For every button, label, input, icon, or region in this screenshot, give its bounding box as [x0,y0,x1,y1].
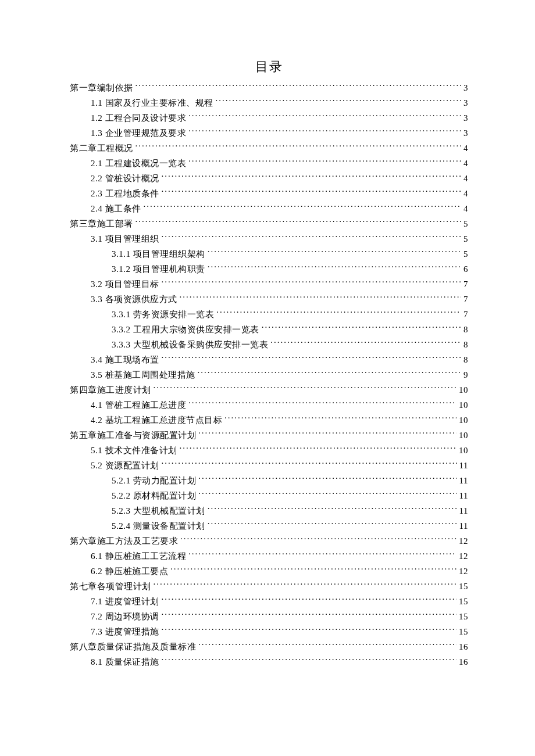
toc-entry: 3.2 项目管理目标7 [70,277,468,292]
toc-entry-label: 5.2.2 原材料配置计划 [112,488,196,503]
toc-entry: 4.1 管桩工程施工总进度10 [70,397,468,413]
toc-entry-label: 3.1 项目管理组织 [91,231,159,246]
toc-entry-page: 11 [459,518,468,533]
toc-leader-dots [198,369,462,378]
toc-entry-page: 4 [463,186,468,201]
toc-entry-page: 11 [459,458,468,473]
toc-entry: 7.1 进度管理计划15 [70,594,468,609]
toc-entry: 3.1.2 项目管理机构职责6 [70,261,468,277]
toc-entry: 3.5 桩基施工周围处理措施9 [70,367,468,382]
toc-entry-label: 3.3.3 大型机械设备采购供应安排一览表 [112,337,268,352]
toc-container: 第一章编制依据31.1 国家及行业主要标准、规程31.2 工程合同及设计要求31… [70,80,468,669]
toc-entry-label: 4.2 基坑工程施工总进度节点目标 [91,413,222,428]
toc-leader-dots [198,490,456,499]
toc-entry-page: 11 [459,503,468,518]
toc-entry-label: 2.2 管桩设计概况 [91,171,159,186]
toc-entry: 第四章施工进度计划10 [70,382,468,397]
toc-leader-dots [144,203,462,212]
toc-leader-dots [162,173,462,181]
toc-entry-page: 10 [459,397,468,413]
toc-leader-dots [154,384,457,393]
toc-entry: 6.2 静压桩施工要点12 [70,564,468,579]
toc-entry: 7.3 进度管理措施15 [70,624,468,639]
toc-entry-page: 5 [463,246,468,261]
toc-entry-label: 第八章质量保证措施及质量标准 [70,639,196,654]
toc-entry: 3.3.3 大型机械设备采购供应安排一览表8 [70,337,468,352]
toc-entry-page: 3 [463,95,468,110]
toc-entry-label: 3.1.2 项目管理机构职责 [112,261,205,277]
toc-entry: 3.3.1 劳务资源安排一览表7 [70,307,468,322]
toc-entry: 5.2 资源配置计划11 [70,458,468,473]
toc-leader-dots [162,233,462,242]
toc-leader-dots [162,656,457,665]
toc-leader-dots [135,142,462,151]
toc-entry-page: 12 [459,549,468,564]
toc-leader-dots [208,505,457,514]
toc-entry-label: 3.3.2 工程用大宗物资供应安排一览表 [112,322,259,337]
toc-entry-label: 第四章施工进度计划 [70,382,151,397]
toc-entry-page: 16 [459,654,468,669]
toc-leader-dots [135,218,462,227]
toc-entry-label: 5.2.4 测量设备配置计划 [112,518,205,533]
toc-entry-label: 7.3 进度管理措施 [91,624,159,639]
toc-entry-page: 7 [463,277,468,292]
toc-entry-page: 8 [463,322,468,337]
toc-entry: 3.4 施工现场布置8 [70,352,468,367]
toc-entry-page: 5 [463,216,468,231]
toc-entry: 5.1 技术文件准备计划10 [70,443,468,458]
toc-leader-dots [198,641,456,650]
toc-leader-dots [270,339,461,347]
toc-entry-page: 4 [463,201,468,216]
toc-entry: 3.3 各项资源供应方式7 [70,292,468,307]
toc-entry-label: 5.1 技术文件准备计划 [91,443,177,458]
toc-entry-label: 5.2 资源配置计划 [91,458,159,473]
toc-entry-page: 10 [459,382,468,397]
toc-entry-page: 15 [459,609,468,624]
toc-entry-label: 3.3.1 劳务资源安排一览表 [112,307,214,322]
toc-leader-dots [198,429,456,438]
toc-leader-dots [162,278,462,287]
toc-leader-dots [135,82,462,91]
toc-entry-label: 5.2.1 劳动力配置计划 [112,473,196,488]
toc-entry-page: 16 [459,639,468,654]
toc-leader-dots [162,611,457,619]
toc-entry-label: 5.2.3 大型机械配置计划 [112,503,205,518]
toc-entry: 1.1 国家及行业主要标准、规程3 [70,95,468,110]
toc-leader-dots [162,460,457,468]
toc-leader-dots [208,248,461,257]
toc-leader-dots [180,445,457,453]
toc-entry-page: 5 [463,231,468,246]
toc-leader-dots [262,324,461,332]
toc-entry-label: 3.2 项目管理目标 [91,277,159,292]
toc-title: 目录 [70,58,468,76]
toc-leader-dots [162,626,457,635]
toc-entry-label: 3.1.1 项目管理组织架构 [112,246,205,261]
toc-entry-page: 4 [463,141,468,156]
toc-entry-page: 7 [463,307,468,322]
toc-entry: 5.2.3 大型机械配置计划11 [70,503,468,518]
toc-entry-label: 8.1 质量保证措施 [91,654,159,669]
toc-entry-page: 3 [463,110,468,126]
toc-entry-page: 12 [459,564,468,579]
toc-leader-dots [216,97,462,106]
toc-leader-dots [188,112,461,121]
toc-entry: 2.4 施工条件4 [70,201,468,216]
toc-entry: 7.2 周边环境协调15 [70,609,468,624]
toc-entry-label: 1.2 工程合同及设计要求 [91,110,186,126]
toc-entry-label: 6.2 静压桩施工要点 [91,564,168,579]
toc-entry: 第五章施工准备与资源配置计划10 [70,428,468,443]
toc-entry: 第二章工程概况4 [70,141,468,156]
toc-entry: 第七章各项管理计划15 [70,579,468,594]
toc-entry-page: 8 [463,337,468,352]
toc-entry: 3.1.1 项目管理组织架构5 [70,246,468,261]
toc-leader-dots [162,354,462,363]
toc-entry-page: 7 [463,292,468,307]
document-page: 目录 第一章编制依据31.1 国家及行业主要标准、规程31.2 工程合同及设计要… [0,0,535,756]
toc-entry-label: 7.2 周边环境协调 [91,609,159,624]
toc-entry-page: 10 [459,428,468,443]
toc-entry-page: 4 [463,171,468,186]
toc-leader-dots [208,520,457,529]
toc-entry-label: 第二章工程概况 [70,141,133,156]
toc-leader-dots [188,550,456,559]
toc-entry-label: 3.4 施工现场布置 [91,352,159,367]
